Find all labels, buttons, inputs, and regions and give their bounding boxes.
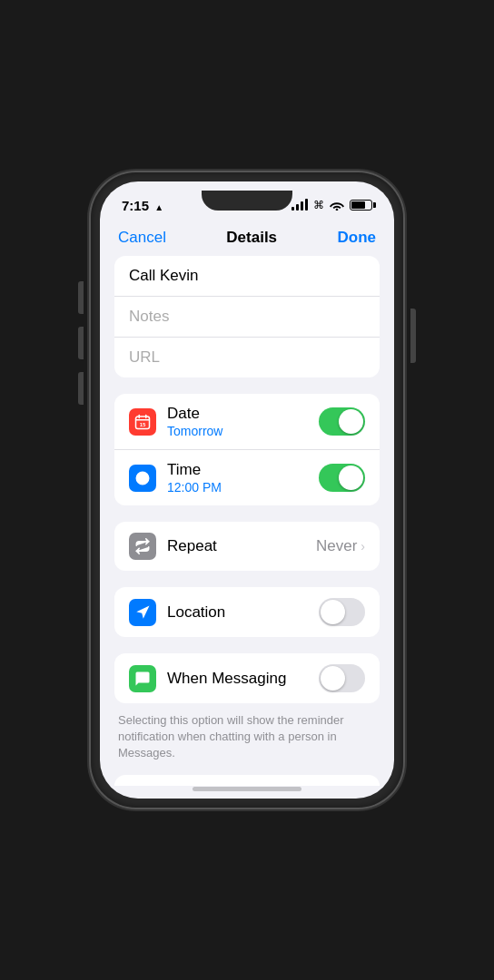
cancel-button[interactable]: Cancel: [118, 229, 166, 247]
url-row[interactable]: URL: [114, 338, 380, 377]
time-info: Time 12:00 PM: [167, 461, 319, 495]
svg-marker-6: [136, 605, 149, 618]
title-input[interactable]: [129, 267, 365, 285]
repeat-value: Never: [316, 537, 357, 555]
content-area: Notes URL 15: [100, 256, 394, 786]
status-icons: ⌘: [291, 199, 372, 211]
messaging-card: When Messaging: [114, 653, 380, 703]
flag-row[interactable]: Flag: [114, 775, 380, 786]
messaging-info: When Messaging: [167, 670, 319, 688]
time-icon: [129, 465, 156, 492]
notch: [202, 191, 292, 211]
signal-icon: [291, 200, 308, 211]
repeat-info: Repeat: [167, 537, 316, 555]
wifi-icon: [330, 200, 344, 211]
repeat-label: Repeat: [167, 537, 316, 555]
flag-card: Flag: [114, 775, 380, 786]
page-title: Details: [226, 229, 277, 247]
title-row[interactable]: [114, 256, 380, 297]
svg-text:15: 15: [140, 422, 146, 427]
task-info-card: Notes URL: [114, 256, 380, 377]
battery-icon: [350, 200, 372, 211]
date-value: Tomorrow: [167, 424, 319, 438]
date-row[interactable]: 15 Date Tomorrow: [114, 394, 380, 450]
messaging-toggle[interactable]: [319, 664, 365, 692]
repeat-icon: [129, 533, 156, 560]
location-card: Location: [114, 587, 380, 637]
date-time-card: 15 Date Tomorrow: [114, 394, 380, 505]
location-icon: [129, 599, 156, 626]
location-row[interactable]: Location: [114, 587, 380, 637]
date-info: Date Tomorrow: [167, 405, 319, 438]
status-time: 7:15 ▲: [122, 198, 163, 213]
time-value: 12:00 PM: [167, 480, 319, 495]
date-label: Date: [167, 405, 319, 423]
repeat-chevron: ›: [361, 539, 365, 554]
notes-row[interactable]: Notes: [114, 297, 380, 338]
url-placeholder: URL: [129, 348, 160, 366]
messaging-description: Selecting this option will show the remi…: [114, 709, 380, 775]
time-toggle[interactable]: [319, 464, 365, 492]
repeat-value-area: Never ›: [316, 537, 365, 555]
wifi-icon: ⌘: [313, 199, 324, 211]
messaging-label: When Messaging: [167, 670, 319, 688]
repeat-card: Repeat Never ›: [114, 522, 380, 571]
messaging-icon: [129, 665, 156, 692]
time-row[interactable]: Time 12:00 PM: [114, 450, 380, 505]
repeat-row[interactable]: Repeat Never ›: [114, 522, 380, 571]
date-toggle[interactable]: [319, 407, 365, 436]
location-toggle[interactable]: [319, 598, 365, 626]
notes-placeholder: Notes: [129, 308, 169, 325]
date-icon: 15: [129, 408, 156, 436]
time-label: Time: [167, 461, 319, 479]
messaging-row[interactable]: When Messaging: [114, 653, 380, 703]
nav-bar: Cancel Details Done: [100, 221, 394, 256]
done-button[interactable]: Done: [337, 229, 376, 247]
phone-frame: 7:15 ▲ ⌘ Cancel: [91, 172, 403, 808]
location-label: Location: [167, 603, 319, 622]
home-indicator: [193, 787, 301, 791]
phone-screen: 7:15 ▲ ⌘ Cancel: [100, 181, 394, 799]
location-info: Location: [167, 603, 319, 622]
